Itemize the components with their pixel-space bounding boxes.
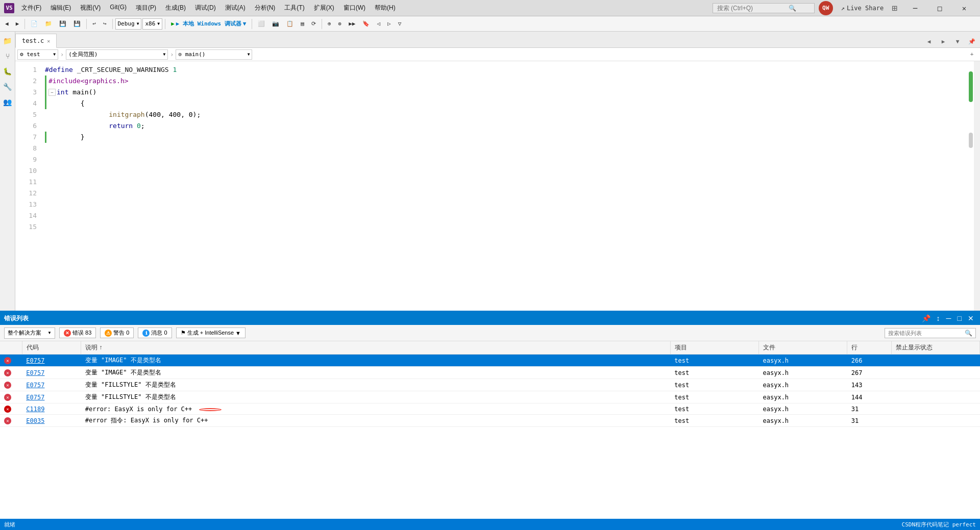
tab-test-c[interactable]: test.c ✕ xyxy=(15,34,57,48)
editor-scroll-indicator[interactable] xyxy=(969,71,973,102)
menu-analyze[interactable]: 分析(N) xyxy=(251,3,280,13)
tab-scroll-right[interactable]: ▶ xyxy=(937,35,949,47)
toolbar-misc-8[interactable]: ▶▶ xyxy=(346,19,358,28)
solution-filter-dropdown[interactable]: 整个解决方案 ▼ xyxy=(4,327,55,339)
toolbar-misc-12[interactable]: ▽ xyxy=(395,19,405,28)
menu-test[interactable]: 测试(A) xyxy=(221,3,250,13)
activity-git[interactable]: ⑂ xyxy=(1,49,15,63)
col-icon[interactable] xyxy=(0,341,22,355)
toolbar-misc-2[interactable]: 📷 xyxy=(269,19,282,28)
error-row-6-code[interactable]: E0035 xyxy=(22,415,81,427)
nav-add-btn[interactable]: + xyxy=(966,48,978,61)
error-code-link-2[interactable]: E0757 xyxy=(26,369,44,376)
nav-scope-dropdown[interactable]: (全局范围) ▼ xyxy=(66,49,168,60)
panel-maximize-button[interactable]: □ xyxy=(955,314,964,322)
error-row-3-code[interactable]: E0757 xyxy=(22,379,81,391)
forward-button[interactable]: ▶ xyxy=(13,19,22,28)
fold-marker-3[interactable]: − xyxy=(48,89,56,96)
search-errors-input[interactable] xyxy=(888,330,965,336)
nav-member-dropdown[interactable]: ⊙ main() ▼ xyxy=(176,49,252,60)
menu-edit[interactable]: 编辑(E) xyxy=(46,3,75,13)
global-search-input[interactable] xyxy=(717,5,789,12)
menu-build[interactable]: 生成(B) xyxy=(161,3,190,13)
info-count-badge[interactable]: ℹ 消息 0 xyxy=(138,327,172,338)
menu-debug[interactable]: 调试(D) xyxy=(191,3,220,13)
tab-dropdown[interactable]: ▼ xyxy=(951,35,964,47)
error-row-5[interactable]: ✕ C1189 #error: EasyX is only for C++ te… xyxy=(0,403,980,415)
activity-explorer[interactable]: 📁 xyxy=(1,34,15,48)
toolbar-misc-6[interactable]: ⊕ xyxy=(325,19,334,28)
menu-project[interactable]: 项目(P) xyxy=(132,3,160,13)
error-row-1-code[interactable]: E0757 xyxy=(22,355,81,367)
config-dropdown[interactable]: Debug ▼ xyxy=(115,18,142,30)
toolbar-misc-7[interactable]: ⊗ xyxy=(335,19,345,28)
panel-minimize-button[interactable]: ─ xyxy=(944,314,953,322)
maximize-button[interactable]: □ xyxy=(928,1,951,16)
back-button[interactable]: ◀ xyxy=(2,19,12,28)
error-row-2[interactable]: ✕ E0757 变量 "IMAGE" 不是类型名 test easyx.h 26… xyxy=(0,367,980,379)
error-row-3[interactable]: ✕ E0757 变量 "FILLSTYLE" 不是类型名 test easyx.… xyxy=(0,379,980,391)
global-search-box[interactable]: 🔍 xyxy=(713,3,815,13)
menu-window[interactable]: 窗口(W) xyxy=(339,3,370,13)
toolbar-misc-1[interactable]: ⬜ xyxy=(255,19,268,28)
activity-team[interactable]: 👥 xyxy=(1,95,15,109)
tab-scroll-left[interactable]: ◀ xyxy=(923,35,935,47)
error-code-link-5[interactable]: C1189 xyxy=(26,406,44,413)
activity-tools[interactable]: 🔧 xyxy=(1,80,15,94)
nav-project-dropdown[interactable]: ⚙ test ▼ xyxy=(17,49,58,60)
error-code-link-6[interactable]: E0035 xyxy=(26,417,44,424)
col-code[interactable]: 代码 xyxy=(22,341,81,355)
error-row-1[interactable]: ✕ E0757 变量 "IMAGE" 不是类型名 test easyx.h 26… xyxy=(0,355,980,367)
error-code-link-4[interactable]: E0757 xyxy=(26,394,44,401)
toolbar-misc-10[interactable]: ◁ xyxy=(374,19,383,28)
new-file-button[interactable]: 📄 xyxy=(28,19,41,28)
error-row-6[interactable]: ✕ E0035 #error 指令: EasyX is only for C++… xyxy=(0,415,980,427)
panel-pin-button[interactable]: 📌 xyxy=(920,314,933,322)
panel-move-button[interactable]: ↕ xyxy=(935,314,942,322)
editor-scroll-thumb[interactable] xyxy=(969,133,973,148)
menu-tools[interactable]: 工具(T) xyxy=(280,3,308,13)
save-button[interactable]: 💾 xyxy=(56,19,69,28)
col-line[interactable]: 行 xyxy=(847,341,892,355)
toolbar-misc-11[interactable]: ▷ xyxy=(384,19,394,28)
error-row-5-code[interactable]: C1189 xyxy=(22,403,81,415)
error-code-link-1[interactable]: E0757 xyxy=(26,357,44,364)
toolbar-misc-9[interactable]: 🔖 xyxy=(359,19,373,28)
activity-debug[interactable]: 🐛 xyxy=(1,64,15,79)
close-button[interactable]: ✕ xyxy=(952,1,976,16)
save-all-button[interactable]: 💾 xyxy=(70,19,84,28)
open-file-button[interactable]: 📁 xyxy=(42,19,55,28)
menu-view[interactable]: 视图(V) xyxy=(76,3,105,13)
tab-test-c-close[interactable]: ✕ xyxy=(47,38,50,44)
search-errors-box[interactable]: 🔍 xyxy=(885,328,976,338)
error-row-4[interactable]: ✕ E0757 变量 "FILLSTYLE" 不是类型名 test easyx.… xyxy=(0,391,980,403)
error-code-link-3[interactable]: E0757 xyxy=(26,382,44,389)
col-file[interactable]: 文件 xyxy=(759,341,847,355)
toolbar-misc-5[interactable]: ⟳ xyxy=(308,19,319,28)
warn-count-badge[interactable]: ⚠ 警告 0 xyxy=(100,327,134,338)
tab-pin[interactable]: 📌 xyxy=(966,35,978,47)
toolbar-misc-4[interactable]: ▤ xyxy=(298,19,307,28)
editor[interactable]: 1 2 3 4 5 6 7 8 9 10 11 12 13 14 15 #def… xyxy=(15,61,974,311)
undo-button[interactable]: ↩ xyxy=(89,19,99,28)
minimize-button[interactable]: ─ xyxy=(903,1,927,16)
error-count-badge[interactable]: ✕ 错误 83 xyxy=(59,327,96,338)
error-table[interactable]: 代码 说明 ↑ 项目 文件 行 禁止显示状态 ✕ E0757 变量 "IMAGE… xyxy=(0,341,980,519)
col-desc[interactable]: 说明 ↑ xyxy=(81,341,671,355)
menu-git[interactable]: Git(G) xyxy=(106,3,131,13)
live-share-button[interactable]: ↗ Live Share xyxy=(837,4,888,13)
menu-file[interactable]: 文件(F) xyxy=(17,3,45,13)
menu-extensions[interactable]: 扩展(X) xyxy=(310,3,338,13)
toolbar-misc-3[interactable]: 📋 xyxy=(283,19,297,28)
platform-dropdown[interactable]: x86 ▼ xyxy=(142,18,162,30)
layout-icon[interactable]: ⊞ xyxy=(888,3,901,13)
redo-button[interactable]: ↪ xyxy=(100,19,110,28)
panel-close-button[interactable]: ✕ xyxy=(966,314,976,322)
error-row-2-code[interactable]: E0757 xyxy=(22,367,81,379)
user-avatar[interactable]: QW xyxy=(819,1,833,15)
menu-help[interactable]: 帮助(H) xyxy=(371,3,400,13)
col-project[interactable]: 项目 xyxy=(670,341,758,355)
run-button[interactable]: ▶ ▶ 本地 Windows 调试器 ▼ xyxy=(168,19,249,29)
code-area[interactable]: #define _CRT_SECURE_NO_WARNINGS 1 #inclu… xyxy=(41,61,974,236)
col-suppress[interactable]: 禁止显示状态 xyxy=(891,341,979,355)
